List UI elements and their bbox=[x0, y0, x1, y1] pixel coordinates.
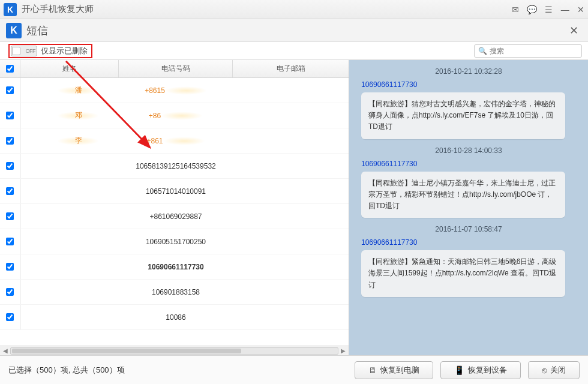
row-phone: 106571014010091 bbox=[119, 179, 233, 203]
row-mail bbox=[233, 103, 349, 128]
wechat-icon[interactable]: ✉ bbox=[512, 5, 519, 14]
monitor-icon: 🖥 bbox=[368, 365, 377, 375]
deleted-only-toggle[interactable]: OFF bbox=[11, 46, 37, 56]
highlight-box: OFF 仅显示已删除 bbox=[8, 44, 92, 58]
row-phone: 106905151700250 bbox=[119, 229, 233, 254]
search-input[interactable] bbox=[490, 47, 574, 55]
restore-to-pc-button[interactable]: 🖥恢复到电脑 bbox=[355, 361, 433, 379]
table-row[interactable]: 10658139125164539532 bbox=[0, 154, 349, 179]
exit-icon: ⎋ bbox=[542, 365, 547, 375]
row-name bbox=[20, 179, 119, 203]
row-checkbox[interactable] bbox=[6, 112, 14, 119]
app-icon: K bbox=[4, 3, 17, 16]
row-phone: 10086 bbox=[119, 305, 233, 329]
message-group: 2016-11-07 10:58:4710690661117730【同程旅游】紧… bbox=[356, 225, 581, 297]
row-mail bbox=[233, 254, 349, 279]
table-row[interactable]: 106901883158 bbox=[0, 280, 349, 305]
row-mail bbox=[233, 204, 349, 229]
message-timestamp: 2016-10-21 10:32:28 bbox=[356, 67, 581, 76]
row-mail bbox=[233, 154, 349, 178]
table-row[interactable]: 潘+8615 bbox=[0, 78, 349, 103]
phone-icon: 📱 bbox=[454, 365, 464, 375]
message-bubble: 【同程旅游】迪士尼小镇万圣嘉年华，来上海迪士尼，过正宗万圣节，精彩环节别错过！点… bbox=[361, 172, 565, 218]
row-phone: +86 bbox=[119, 103, 233, 128]
select-all-checkbox[interactable] bbox=[6, 65, 14, 73]
row-phone: +861 bbox=[119, 128, 233, 153]
menu-icon[interactable]: ☰ bbox=[545, 5, 553, 14]
table-body: 潘+8615邓+86李+8611065813912516453953210657… bbox=[0, 78, 349, 346]
footer: 已选择（500）项, 总共（500）项 🖥恢复到电脑 📱恢复到设备 ⎋关闭 bbox=[0, 355, 588, 384]
module-icon: K bbox=[6, 23, 22, 38]
search-box[interactable]: 🔍 bbox=[474, 44, 582, 58]
app-title: 开心手机恢复大师 bbox=[22, 4, 506, 15]
row-checkbox[interactable] bbox=[6, 288, 14, 296]
table-header: 姓名 电话号码 电子邮箱 bbox=[0, 60, 349, 78]
row-mail bbox=[233, 128, 349, 153]
table-row[interactable]: 10690661117730 bbox=[0, 254, 349, 280]
row-mail bbox=[233, 179, 349, 203]
row-name: 李 bbox=[20, 128, 119, 153]
row-name: 邓 bbox=[20, 103, 119, 128]
row-checkbox[interactable] bbox=[6, 238, 14, 245]
row-phone: 106901883158 bbox=[119, 280, 233, 304]
message-timestamp: 2016-10-28 14:00:33 bbox=[356, 146, 581, 155]
search-icon: 🔍 bbox=[478, 47, 487, 55]
scroll-left-icon[interactable]: ◀ bbox=[2, 347, 9, 354]
close-button[interactable]: ⎋关闭 bbox=[528, 361, 580, 379]
message-group: 2016-10-21 10:32:2810690661117730【同程旅游】猜… bbox=[356, 67, 581, 139]
row-checkbox[interactable] bbox=[6, 212, 14, 220]
selection-status: 已选择（500）项, 总共（500）项 bbox=[8, 365, 347, 376]
table-row[interactable]: 10086 bbox=[0, 305, 349, 330]
restore-to-device-button[interactable]: 📱恢复到设备 bbox=[440, 361, 521, 379]
subheader: K 短信 ✕ bbox=[0, 19, 588, 42]
table-row[interactable]: 李+861 bbox=[0, 128, 349, 154]
row-name bbox=[20, 254, 119, 279]
header-mail[interactable]: 电子邮箱 bbox=[233, 60, 349, 77]
close-icon[interactable]: ✕ bbox=[577, 5, 584, 14]
horizontal-scrollbar[interactable]: ◀ ▶ bbox=[0, 346, 349, 355]
row-phone: 10690661117730 bbox=[119, 254, 233, 279]
row-checkbox[interactable] bbox=[6, 162, 14, 170]
filter-label: 仅显示已删除 bbox=[41, 46, 88, 56]
row-name bbox=[20, 280, 119, 304]
minimize-icon[interactable]: — bbox=[561, 5, 569, 14]
row-checkbox[interactable] bbox=[6, 187, 14, 195]
row-mail bbox=[233, 229, 349, 254]
message-sender: 10690661117730 bbox=[361, 238, 581, 247]
message-timestamp: 2016-11-07 10:58:47 bbox=[356, 225, 581, 233]
module-title: 短信 bbox=[26, 23, 569, 38]
row-phone: 10658139125164539532 bbox=[119, 154, 233, 178]
table-row[interactable]: 邓+86 bbox=[0, 103, 349, 128]
row-mail bbox=[233, 305, 349, 329]
header-phone[interactable]: 电话号码 bbox=[119, 60, 233, 77]
row-checkbox[interactable] bbox=[6, 263, 14, 271]
table-row[interactable]: 106571014010091 bbox=[0, 179, 349, 204]
row-phone: +8615 bbox=[119, 78, 233, 103]
row-name bbox=[20, 204, 119, 229]
module-close-icon[interactable]: ✕ bbox=[569, 24, 578, 37]
titlebar: K 开心手机恢复大师 ✉ 💬 ☰ — ✕ bbox=[0, 0, 588, 19]
message-sender: 10690661117730 bbox=[361, 160, 581, 168]
row-name bbox=[20, 305, 119, 329]
row-mail bbox=[233, 78, 349, 103]
table-row[interactable]: 106905151700250 bbox=[0, 229, 349, 254]
row-name: 潘 bbox=[20, 78, 119, 103]
message-bubble: 【同程旅游】猜您对古文明感兴趣，宏伟的金字塔，神秘的狮身人面像，点http://… bbox=[361, 92, 565, 139]
row-phone: +861069029887 bbox=[119, 204, 233, 229]
message-pane: 2016-10-21 10:32:2810690661117730【同程旅游】猜… bbox=[349, 60, 588, 355]
row-checkbox[interactable] bbox=[6, 137, 14, 145]
header-name[interactable]: 姓名 bbox=[20, 60, 119, 77]
chat-icon[interactable]: 💬 bbox=[527, 5, 537, 14]
table-row[interactable]: +861069029887 bbox=[0, 204, 349, 229]
row-mail bbox=[233, 280, 349, 304]
message-group: 2016-10-28 14:00:3310690661117730【同程旅游】迪… bbox=[356, 146, 581, 218]
message-bubble: 【同程旅游】紧急通知：天海邮轮日韩三地5晚6日游，高级海景三人间1599起！点h… bbox=[361, 250, 565, 297]
message-sender: 10690661117730 bbox=[361, 80, 581, 89]
row-name bbox=[20, 154, 119, 178]
row-checkbox[interactable] bbox=[6, 313, 14, 321]
scroll-right-icon[interactable]: ▶ bbox=[340, 347, 347, 354]
row-name bbox=[20, 229, 119, 254]
contact-table: 姓名 电话号码 电子邮箱 潘+8615邓+86李+861106581391251… bbox=[0, 60, 349, 355]
filter-bar: OFF 仅显示已删除 🔍 bbox=[0, 42, 588, 60]
row-checkbox[interactable] bbox=[6, 86, 14, 94]
